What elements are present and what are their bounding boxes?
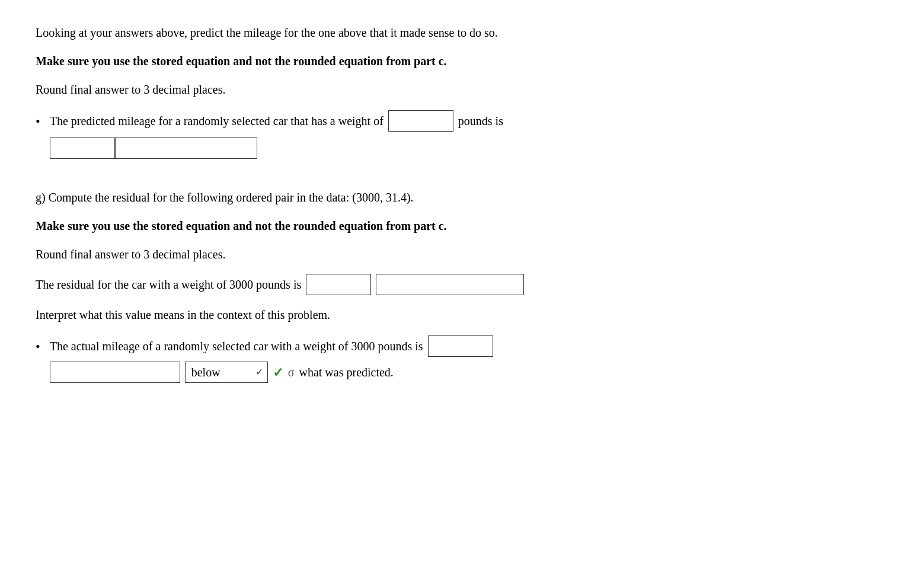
- residual-row: The residual for the car with a weight o…: [36, 274, 865, 295]
- below-dropdown[interactable]: below above equal to: [185, 362, 268, 383]
- bullet-g-dot: •: [36, 337, 40, 356]
- bullet-f-container: • The predicted mileage for a randomly s…: [36, 110, 865, 171]
- interpret-paragraph: Interpret what this value means in the c…: [36, 306, 865, 324]
- bullet-g-text-before: The actual mileage of a randomly selecte…: [50, 337, 423, 355]
- intro-line1-text: Looking at your answers above, predict t…: [36, 26, 498, 39]
- intro-line2-text: Make sure you use the stored equation an…: [36, 55, 447, 68]
- g-line1-text: Compute the residual for the following o…: [49, 191, 414, 204]
- what-predicted-text: what was predicted.: [299, 363, 393, 381]
- predicted-mileage-input1[interactable]: [50, 138, 115, 159]
- content-wrapper: Looking at your answers above, predict t…: [36, 24, 865, 383]
- g-label: g): [36, 191, 46, 204]
- bullet-f-answer-row: [50, 138, 503, 159]
- green-check-icon: ✓: [273, 363, 283, 382]
- intro-paragraph-2: Make sure you use the stored equation an…: [36, 52, 865, 70]
- bullet-g-content: The actual mileage of a randomly selecte…: [50, 335, 493, 383]
- residual-text: The residual for the car with a weight o…: [36, 278, 301, 292]
- intro-line3-text: Round final answer to 3 decimal places.: [36, 83, 225, 96]
- bullet-g-container: • The actual mileage of a randomly selec…: [36, 335, 865, 383]
- bullet-f-text-after: pounds is: [458, 112, 503, 130]
- intro-paragraph-3: Round final answer to 3 decimal places.: [36, 81, 865, 98]
- bullet-f-dot: •: [36, 111, 40, 131]
- bullet-g-item: • The actual mileage of a randomly selec…: [36, 335, 865, 383]
- residual-input1[interactable]: [306, 274, 371, 295]
- predicted-mileage-input2[interactable]: [115, 138, 257, 159]
- intro-paragraph-1: Looking at your answers above, predict t…: [36, 24, 865, 41]
- g-line1: g) Compute the residual for the followin…: [36, 188, 865, 206]
- bullet-f-content: The predicted mileage for a randomly sel…: [50, 110, 503, 171]
- g-line2-text: Make sure you use the stored equation an…: [36, 219, 447, 232]
- below-dropdown-wrapper: below above equal to ✓: [185, 362, 268, 383]
- g-line2: Make sure you use the stored equation an…: [36, 217, 865, 235]
- interpret-text: Interpret what this value means in the c…: [36, 308, 330, 321]
- bullet-f-text-before: The predicted mileage for a randomly sel…: [50, 112, 384, 130]
- actual-mileage-input[interactable]: [428, 335, 493, 357]
- residual-input2[interactable]: [376, 274, 524, 295]
- section-g: g) Compute the residual for the followin…: [36, 188, 865, 383]
- bullet-g-line1: The actual mileage of a randomly selecte…: [50, 335, 493, 357]
- g-line3: Round final answer to 3 decimal places.: [36, 245, 865, 263]
- amount-input[interactable]: [50, 362, 180, 383]
- bullet-f-line1: The predicted mileage for a randomly sel…: [50, 110, 503, 132]
- bullet-f-item: • The predicted mileage for a randomly s…: [36, 110, 865, 171]
- weight-input[interactable]: [388, 110, 453, 132]
- bullet-g-line2: below above equal to ✓ ✓ σ what was pred…: [50, 362, 493, 383]
- g-line3-text: Round final answer to 3 decimal places.: [36, 248, 225, 261]
- sigma-icon: σ: [288, 363, 295, 381]
